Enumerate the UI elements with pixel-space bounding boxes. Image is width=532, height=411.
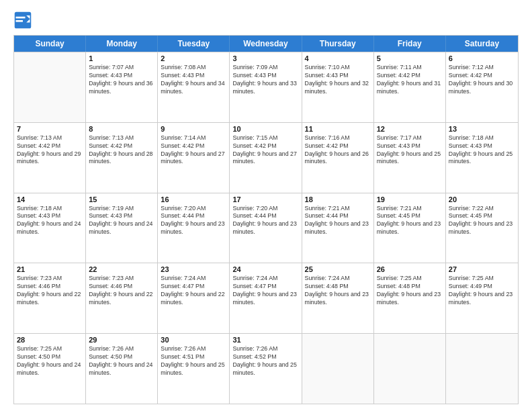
calendar-cell (14, 52, 86, 122)
calendar-cell: 20Sunrise: 7:22 AM Sunset: 4:45 PM Dayli… (446, 193, 518, 263)
logo-icon (13, 11, 32, 30)
calendar-cell: 28Sunrise: 7:25 AM Sunset: 4:50 PM Dayli… (14, 334, 86, 404)
cell-date: 12 (377, 125, 443, 133)
cell-info: Sunrise: 7:08 AM Sunset: 4:43 PM Dayligh… (161, 64, 226, 96)
cell-info: Sunrise: 7:09 AM Sunset: 4:43 PM Dayligh… (232, 64, 298, 96)
calendar: SundayMondayTuesdayWednesdayThursdayFrid… (13, 35, 519, 404)
calendar-header-thursday: Thursday (302, 36, 374, 52)
cell-date: 17 (232, 195, 298, 203)
calendar-cell: 1Sunrise: 7:07 AM Sunset: 4:43 PM Daylig… (86, 52, 158, 122)
cell-info: Sunrise: 7:12 AM Sunset: 4:42 PM Dayligh… (449, 64, 515, 96)
calendar-header-row: SundayMondayTuesdayWednesdayThursdayFrid… (14, 36, 518, 52)
cell-info: Sunrise: 7:26 AM Sunset: 4:50 PM Dayligh… (89, 345, 154, 377)
cell-info: Sunrise: 7:18 AM Sunset: 4:43 PM Dayligh… (17, 205, 83, 237)
cell-date: 22 (89, 265, 154, 273)
calendar-cell: 2Sunrise: 7:08 AM Sunset: 4:43 PM Daylig… (158, 52, 230, 122)
cell-info: Sunrise: 7:25 AM Sunset: 4:48 PM Dayligh… (377, 275, 443, 307)
calendar-cell: 17Sunrise: 7:20 AM Sunset: 4:44 PM Dayli… (230, 193, 302, 263)
calendar-row-0: 1Sunrise: 7:07 AM Sunset: 4:43 PM Daylig… (14, 52, 518, 122)
cell-date: 4 (305, 54, 371, 62)
cell-date: 13 (449, 125, 515, 133)
calendar-row-2: 14Sunrise: 7:18 AM Sunset: 4:43 PM Dayli… (14, 193, 518, 263)
cell-info: Sunrise: 7:16 AM Sunset: 4:42 PM Dayligh… (305, 134, 371, 167)
cell-date: 10 (232, 125, 298, 133)
calendar-cell: 6Sunrise: 7:12 AM Sunset: 4:42 PM Daylig… (446, 52, 518, 122)
logo (13, 11, 35, 30)
cell-info: Sunrise: 7:24 AM Sunset: 4:47 PM Dayligh… (161, 275, 226, 307)
calendar-cell: 10Sunrise: 7:15 AM Sunset: 4:42 PM Dayli… (230, 123, 302, 193)
calendar-row-1: 7Sunrise: 7:13 AM Sunset: 4:42 PM Daylig… (14, 122, 518, 193)
calendar-cell: 4Sunrise: 7:10 AM Sunset: 4:43 PM Daylig… (302, 52, 374, 122)
calendar-header-wednesday: Wednesday (230, 36, 302, 52)
cell-date: 29 (89, 336, 154, 344)
cell-date: 28 (17, 336, 83, 344)
cell-info: Sunrise: 7:24 AM Sunset: 4:48 PM Dayligh… (305, 275, 371, 307)
cell-date: 15 (89, 195, 154, 203)
cell-date: 21 (17, 265, 83, 273)
calendar-cell: 14Sunrise: 7:18 AM Sunset: 4:43 PM Dayli… (14, 193, 86, 263)
cell-date: 31 (232, 336, 298, 344)
cell-date: 19 (377, 195, 443, 203)
calendar-cell: 7Sunrise: 7:13 AM Sunset: 4:42 PM Daylig… (14, 123, 86, 193)
calendar-cell: 23Sunrise: 7:24 AM Sunset: 4:47 PM Dayli… (158, 263, 230, 333)
cell-info: Sunrise: 7:20 AM Sunset: 4:44 PM Dayligh… (232, 205, 298, 237)
cell-date: 27 (449, 265, 515, 273)
cell-date: 24 (232, 265, 298, 273)
cell-date: 26 (377, 265, 443, 273)
calendar-header-friday: Friday (374, 36, 446, 52)
cell-info: Sunrise: 7:18 AM Sunset: 4:43 PM Dayligh… (449, 134, 515, 167)
cell-info: Sunrise: 7:11 AM Sunset: 4:42 PM Dayligh… (377, 64, 443, 96)
cell-date: 7 (17, 125, 83, 133)
cell-date: 20 (449, 195, 515, 203)
calendar-cell: 18Sunrise: 7:21 AM Sunset: 4:44 PM Dayli… (302, 193, 374, 263)
calendar-cell: 16Sunrise: 7:20 AM Sunset: 4:44 PM Dayli… (158, 193, 230, 263)
cell-date: 1 (89, 54, 154, 62)
cell-info: Sunrise: 7:21 AM Sunset: 4:45 PM Dayligh… (377, 205, 443, 237)
calendar-cell: 19Sunrise: 7:21 AM Sunset: 4:45 PM Dayli… (374, 193, 446, 263)
calendar-cell (446, 334, 518, 404)
calendar-cell: 5Sunrise: 7:11 AM Sunset: 4:42 PM Daylig… (374, 52, 446, 122)
cell-info: Sunrise: 7:20 AM Sunset: 4:44 PM Dayligh… (161, 205, 226, 237)
calendar-cell: 22Sunrise: 7:23 AM Sunset: 4:46 PM Dayli… (86, 263, 158, 333)
calendar-cell: 27Sunrise: 7:25 AM Sunset: 4:49 PM Dayli… (446, 263, 518, 333)
calendar-cell: 21Sunrise: 7:23 AM Sunset: 4:46 PM Dayli… (14, 263, 86, 333)
cell-info: Sunrise: 7:25 AM Sunset: 4:50 PM Dayligh… (17, 345, 83, 377)
cell-info: Sunrise: 7:26 AM Sunset: 4:52 PM Dayligh… (232, 345, 298, 377)
cell-date: 14 (17, 195, 83, 203)
calendar-cell (302, 334, 374, 404)
calendar-cell: 26Sunrise: 7:25 AM Sunset: 4:48 PM Dayli… (374, 263, 446, 333)
cell-info: Sunrise: 7:21 AM Sunset: 4:44 PM Dayligh… (305, 205, 371, 237)
cell-info: Sunrise: 7:22 AM Sunset: 4:45 PM Dayligh… (449, 205, 515, 237)
cell-date: 25 (305, 265, 371, 273)
cell-info: Sunrise: 7:15 AM Sunset: 4:42 PM Dayligh… (232, 134, 298, 167)
cell-date: 23 (161, 265, 226, 273)
calendar-cell: 24Sunrise: 7:24 AM Sunset: 4:47 PM Dayli… (230, 263, 302, 333)
svg-rect-3 (16, 20, 24, 22)
calendar-header-sunday: Sunday (14, 36, 86, 52)
header (13, 11, 519, 30)
cell-info: Sunrise: 7:24 AM Sunset: 4:47 PM Dayligh… (232, 275, 298, 307)
cell-info: Sunrise: 7:07 AM Sunset: 4:43 PM Dayligh… (89, 64, 154, 96)
calendar-row-3: 21Sunrise: 7:23 AM Sunset: 4:46 PM Dayli… (14, 263, 518, 333)
page: SundayMondayTuesdayWednesdayThursdayFrid… (0, 0, 532, 411)
calendar-header-saturday: Saturday (446, 36, 518, 52)
cell-info: Sunrise: 7:17 AM Sunset: 4:43 PM Dayligh… (377, 134, 443, 167)
cell-info: Sunrise: 7:14 AM Sunset: 4:42 PM Dayligh… (161, 134, 226, 167)
cell-date: 3 (232, 54, 298, 62)
cell-info: Sunrise: 7:23 AM Sunset: 4:46 PM Dayligh… (89, 275, 154, 307)
calendar-header-tuesday: Tuesday (158, 36, 230, 52)
calendar-cell: 30Sunrise: 7:26 AM Sunset: 4:51 PM Dayli… (158, 334, 230, 404)
cell-date: 9 (161, 125, 226, 133)
calendar-cell: 3Sunrise: 7:09 AM Sunset: 4:43 PM Daylig… (230, 52, 302, 122)
calendar-cell: 31Sunrise: 7:26 AM Sunset: 4:52 PM Dayli… (230, 334, 302, 404)
cell-date: 18 (305, 195, 371, 203)
cell-date: 11 (305, 125, 371, 133)
svg-rect-2 (16, 17, 26, 19)
cell-date: 5 (377, 54, 443, 62)
calendar-body: 1Sunrise: 7:07 AM Sunset: 4:43 PM Daylig… (14, 52, 518, 404)
calendar-cell: 29Sunrise: 7:26 AM Sunset: 4:50 PM Dayli… (86, 334, 158, 404)
calendar-cell: 9Sunrise: 7:14 AM Sunset: 4:42 PM Daylig… (158, 123, 230, 193)
cell-info: Sunrise: 7:19 AM Sunset: 4:43 PM Dayligh… (89, 205, 154, 237)
cell-date: 16 (161, 195, 226, 203)
cell-date: 30 (161, 336, 226, 344)
